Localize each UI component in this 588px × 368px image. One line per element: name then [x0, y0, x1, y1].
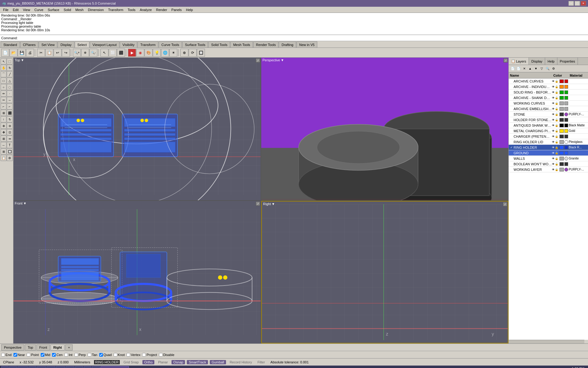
outlook-btn[interactable]: 📧 — [56, 366, 65, 368]
chrome-btn[interactable]: 🌐 — [47, 366, 55, 368]
planar-toggle[interactable]: Planar — [156, 360, 170, 364]
layer-row[interactable]: BOOLEAN WON'T WORK👁🔓 — [509, 161, 588, 167]
osnap-mid[interactable]: Mid — [41, 353, 51, 357]
layer-row[interactable]: GROUND👁🔓 — [509, 150, 588, 156]
ae-btn[interactable]: Ae — [75, 366, 83, 368]
osnap-disable[interactable]: Disable — [159, 353, 175, 357]
layer-row[interactable]: ANTIQUED SHANK WELLS👁🔓Black Matte — [509, 123, 588, 128]
layer-color-swatch[interactable] — [560, 79, 564, 83]
toolbar-tab-curve-tools[interactable]: Curve Tools — [159, 41, 182, 48]
toolbar-tab-new-in-v5[interactable]: New in V5 — [296, 41, 317, 48]
layer-color-swatch[interactable] — [560, 113, 564, 116]
solid-tool[interactable]: ⬛ — [7, 110, 13, 116]
skype-btn[interactable]: 💬 — [37, 366, 46, 368]
smarttrack-toggle[interactable]: SmartTrack — [187, 360, 208, 364]
print-btn[interactable]: 🖨 — [26, 49, 34, 57]
curve-tool[interactable]: ⌒ — [1, 71, 6, 77]
osnap-perp[interactable]: Perp — [74, 353, 86, 357]
toolbar-tab-mesh-tools[interactable]: Mesh Tools — [230, 41, 253, 48]
toolbar-tab-transform[interactable]: Transform — [138, 41, 158, 48]
grid-tool[interactable]: ⊞ — [1, 148, 6, 155]
grid-snap-toggle[interactable]: Grid Snap — [122, 360, 141, 364]
bool-diff[interactable]: ⊖ — [7, 123, 13, 129]
snap-btn[interactable]: 🔲 — [197, 49, 205, 57]
menu-item-file[interactable]: File — [1, 7, 10, 12]
maximize-button[interactable]: □ — [575, 1, 580, 6]
toolbar-tab-cplanes[interactable]: CPlanes — [20, 41, 39, 48]
layer-color-swatch[interactable] — [560, 124, 564, 127]
menu-item-help[interactable]: Help — [184, 7, 195, 12]
layer-row[interactable]: SOLID RING - BEFORE RECE...👁🔓 — [509, 90, 588, 95]
layer-row[interactable]: ARCHIVE EMBELLISHMENTS👁🔓 — [509, 106, 588, 112]
trim-tool[interactable]: ✂ — [1, 97, 6, 103]
gumball-btn[interactable]: ⊕ — [180, 49, 188, 57]
layer-tool[interactable]: 📋 — [1, 155, 6, 161]
layer-color-swatch[interactable] — [560, 118, 564, 122]
viewport-right[interactable]: Right ▼ — [261, 201, 508, 343]
osnap-int[interactable]: Int — [64, 353, 72, 357]
menu-item-solid[interactable]: Solid — [62, 7, 73, 12]
select-tool[interactable]: ↖ — [1, 58, 6, 64]
viewport-front-arrow[interactable]: ▼ — [23, 201, 27, 205]
render2-btn[interactable]: ◉ — [136, 49, 144, 57]
layer-row[interactable]: WALLS👁🔓Granite — [509, 156, 588, 161]
open-btn[interactable]: 📂 — [9, 49, 17, 57]
layer-row[interactable]: WORKING CURVES👁🔓 — [509, 101, 588, 106]
arc-tool[interactable]: ◌ — [7, 84, 13, 90]
toolbar-tab-standard[interactable]: Standard — [1, 41, 20, 48]
snap2-tool[interactable]: 🔲 — [7, 148, 13, 155]
menu-item-dimension[interactable]: Dimension — [86, 7, 106, 12]
menu-item-edit[interactable]: Edit — [11, 7, 21, 12]
menu-item-surface[interactable]: Surface — [46, 7, 61, 12]
filter-btn[interactable]: ▽ — [539, 66, 545, 71]
toolbar-tab-set-view[interactable]: Set View — [39, 41, 57, 48]
toolbar-tab-visibility[interactable]: Visibility — [120, 41, 138, 48]
photoshop-btn[interactable]: Ps — [92, 366, 100, 368]
layer-row[interactable]: METAL CHARGING PIECES👁🔓Gold — [509, 128, 588, 134]
rotate-tool[interactable]: ↻ — [7, 65, 13, 71]
redo-btn[interactable]: ↪ — [62, 49, 70, 57]
scrollbar-horizontal[interactable] — [509, 340, 584, 343]
osnap-toggle[interactable]: Osnap — [172, 360, 185, 364]
gumball-toggle[interactable]: Gumball — [210, 360, 226, 364]
zoom-in-btn[interactable]: 🔍+ — [73, 49, 81, 57]
osnap-tan[interactable]: Tan — [88, 353, 97, 357]
osnap-point[interactable]: Point — [27, 353, 39, 357]
layers-scrollbar-h[interactable] — [509, 340, 588, 343]
osnap-vertex[interactable]: Vertex — [126, 353, 140, 357]
ortho-toggle[interactable]: Ortho — [142, 360, 155, 364]
titlebar-controls[interactable]: − □ ✕ — [568, 1, 586, 6]
layer-row[interactable]: ARCHIVE - SHANK DESIGNS...👁🔓 — [509, 95, 588, 101]
tab-help[interactable]: Help — [545, 58, 557, 65]
layer-color-swatch[interactable] — [560, 85, 564, 89]
props-tool[interactable]: ⚙ — [7, 155, 13, 161]
viewport-perspective-arrow[interactable]: ▼ — [281, 58, 284, 62]
viewport-top-expand[interactable]: ⤢ — [256, 58, 260, 63]
tab-display[interactable]: Display — [529, 58, 545, 65]
viewport-front[interactable]: Front ▼ — [13, 201, 261, 343]
layer-color-swatch[interactable] — [560, 151, 564, 155]
layer-color-swatch[interactable] — [560, 140, 564, 144]
menu-item-tools[interactable]: Tools — [126, 7, 138, 12]
layer-color-swatch[interactable] — [560, 102, 564, 105]
illustrator-btn[interactable]: Ai — [84, 366, 91, 368]
rhino-active-btn[interactable]: 🦏 Rhinoceros — [100, 366, 129, 368]
undo-btn[interactable]: ↩ — [54, 49, 62, 57]
osnap-end[interactable]: End — [1, 353, 12, 357]
layer-row[interactable]: HOLDER FOR STONE ATTE...👁🔓 — [509, 117, 588, 123]
layer-color-swatch[interactable] — [560, 96, 564, 100]
dim-tool[interactable]: ↔ — [1, 142, 6, 148]
bool-union[interactable]: ⊕ — [1, 123, 6, 129]
material-btn[interactable]: 🎨 — [145, 49, 153, 57]
line-tool[interactable]: ╱ — [7, 71, 13, 77]
env-btn[interactable]: 🌐 — [161, 49, 169, 57]
menu-item-view[interactable]: View — [21, 7, 32, 12]
toolbar-tab-viewport-layout[interactable]: Viewport Layout — [90, 41, 119, 48]
add-viewport-tab-btn[interactable]: + — [65, 344, 73, 351]
move-tool[interactable]: ✥ — [1, 129, 6, 135]
extend-tool[interactable]: ↔ — [7, 97, 13, 103]
layer-row[interactable]: RING HOLDER LID👁🔓Plexiglass — [509, 139, 588, 145]
menu-item-panels[interactable]: Panels — [170, 7, 184, 12]
layer-row[interactable]: ✓RING HOLDER👁🔓Black R... — [509, 145, 588, 150]
zoom-ext-btn[interactable]: ⊕ — [81, 49, 89, 57]
